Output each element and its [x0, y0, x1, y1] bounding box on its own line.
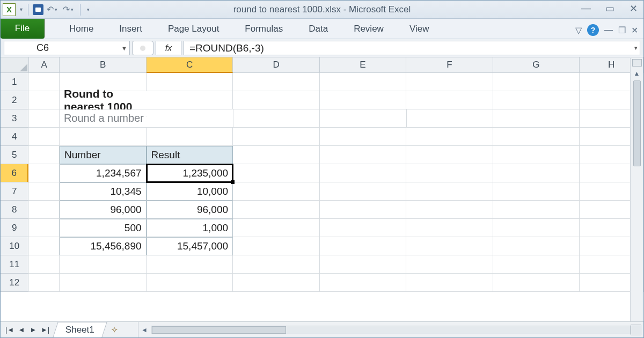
cell[interactable] — [493, 182, 580, 201]
cell[interactable] — [320, 91, 407, 109]
tab-page-layout[interactable]: Page Layout — [166, 20, 221, 38]
cell[interactable] — [233, 73, 320, 91]
file-tab[interactable]: File — [1, 18, 45, 39]
cell[interactable] — [233, 219, 320, 237]
cell[interactable] — [320, 164, 407, 182]
save-icon[interactable] — [33, 4, 43, 15]
hscroll-thumb[interactable] — [152, 326, 286, 334]
horizontal-scrollbar[interactable]: ◄ ► — [138, 322, 643, 337]
undo-button[interactable]: ↶▾ — [45, 4, 60, 14]
col-header-f[interactable]: F — [406, 57, 493, 73]
table-cell-result[interactable]: 1,000 — [147, 219, 233, 237]
tab-view[interactable]: View — [407, 20, 431, 38]
cell[interactable] — [147, 91, 233, 109]
sheet-nav-next-icon[interactable]: ► — [27, 326, 39, 334]
table-cell-result[interactable]: 96,000 — [147, 201, 233, 219]
cell[interactable] — [320, 73, 407, 91]
cell[interactable] — [320, 128, 407, 146]
tab-formulas[interactable]: Formulas — [243, 20, 285, 38]
table-cell-number[interactable]: 96,000 — [60, 201, 147, 219]
cell[interactable] — [493, 91, 580, 109]
row-header-3[interactable]: 3 — [1, 109, 28, 128]
tab-insert[interactable]: Insert — [117, 20, 144, 38]
table-header-result[interactable]: Result — [147, 146, 233, 164]
cell[interactable] — [233, 274, 320, 292]
cell[interactable] — [233, 109, 320, 128]
new-sheet-icon[interactable]: ✧ — [108, 322, 122, 337]
cell[interactable] — [493, 146, 580, 164]
cell[interactable] — [60, 274, 147, 292]
cell[interactable] — [320, 219, 407, 237]
workbook-restore-button[interactable]: ❐ — [618, 25, 626, 35]
scroll-up-icon[interactable]: ▲ — [631, 68, 643, 79]
table-cell-result[interactable]: 10,000 — [147, 182, 233, 201]
vertical-scrollbar[interactable]: ▲ — [630, 58, 643, 321]
sheet-nav-prev-icon[interactable]: ◄ — [16, 326, 27, 334]
cell[interactable] — [233, 237, 320, 255]
sheet-nav-first-icon[interactable]: |◄ — [4, 326, 16, 334]
table-cell-result[interactable]: 15,457,000 — [147, 237, 233, 255]
undo-dropdown-icon[interactable]: ▾ — [55, 7, 57, 12]
sheet-tab[interactable]: Sheet1 — [53, 322, 107, 337]
row-header-10[interactable]: 10 — [1, 237, 28, 255]
qat-customize-icon[interactable]: ▾ — [85, 7, 92, 12]
row-header-7[interactable]: 7 — [1, 182, 28, 201]
row-header-1[interactable]: 1 — [1, 73, 28, 91]
cell[interactable] — [28, 164, 60, 182]
cell[interactable] — [406, 146, 493, 164]
cell[interactable] — [28, 255, 60, 274]
help-icon[interactable]: ? — [587, 24, 599, 36]
cell[interactable] — [320, 274, 407, 292]
cell[interactable] — [406, 182, 493, 201]
cell[interactable] — [406, 237, 493, 255]
cell[interactable] — [28, 219, 60, 237]
col-header-d[interactable]: D — [233, 57, 319, 73]
workbook-close-button[interactable]: ✕ — [631, 25, 638, 35]
tab-review[interactable]: Review — [352, 20, 386, 38]
cell[interactable] — [407, 109, 493, 128]
cell[interactable] — [233, 146, 320, 164]
cell[interactable] — [493, 219, 580, 237]
fx-button[interactable]: fx — [156, 41, 181, 55]
col-header-b[interactable]: B — [60, 57, 146, 73]
cell[interactable] — [28, 91, 60, 109]
cell[interactable] — [493, 128, 580, 146]
cell[interactable] — [28, 146, 60, 164]
cell[interactable] — [406, 274, 493, 292]
minimize-button[interactable]: ― — [580, 3, 592, 14]
cell[interactable] — [406, 255, 493, 274]
cell[interactable] — [493, 73, 580, 91]
cell[interactable] — [233, 182, 320, 201]
row-header-2[interactable]: 2 — [1, 91, 28, 109]
row-header-8[interactable]: 8 — [1, 201, 28, 219]
cell[interactable] — [28, 128, 60, 146]
sheet-subtitle[interactable]: Round a number to the nearest 1000 — [60, 109, 147, 128]
cell[interactable] — [493, 164, 580, 182]
col-header-c[interactable]: C — [147, 57, 233, 73]
cell[interactable] — [28, 182, 60, 201]
formula-expand-icon[interactable]: ▾ — [634, 45, 638, 52]
row-header-12[interactable]: 12 — [1, 274, 28, 292]
select-all-corner[interactable] — [1, 57, 29, 73]
cell[interactable] — [233, 164, 320, 182]
cell[interactable] — [493, 237, 580, 255]
cell[interactable] — [147, 109, 233, 128]
cell[interactable] — [406, 91, 493, 109]
row-header-4[interactable]: 4 — [1, 128, 28, 146]
cell[interactable] — [406, 164, 493, 182]
selected-cell[interactable]: 1,235,000 — [147, 164, 233, 182]
redo-dropdown-icon[interactable]: ▾ — [71, 7, 74, 12]
cell[interactable] — [147, 274, 233, 292]
cell[interactable] — [28, 73, 60, 91]
table-cell-number[interactable]: 1,234,567 — [60, 164, 147, 182]
cell[interactable] — [493, 274, 580, 292]
cell[interactable] — [320, 255, 407, 274]
cell[interactable] — [406, 128, 493, 146]
cell[interactable] — [493, 109, 580, 128]
tab-data[interactable]: Data — [306, 20, 330, 38]
cell[interactable] — [493, 201, 580, 219]
cell[interactable] — [406, 201, 493, 219]
formula-input[interactable]: =ROUND(B6,-3) ▾ — [184, 41, 640, 55]
split-box-icon[interactable] — [632, 59, 642, 67]
resize-grip-icon[interactable] — [631, 325, 641, 335]
